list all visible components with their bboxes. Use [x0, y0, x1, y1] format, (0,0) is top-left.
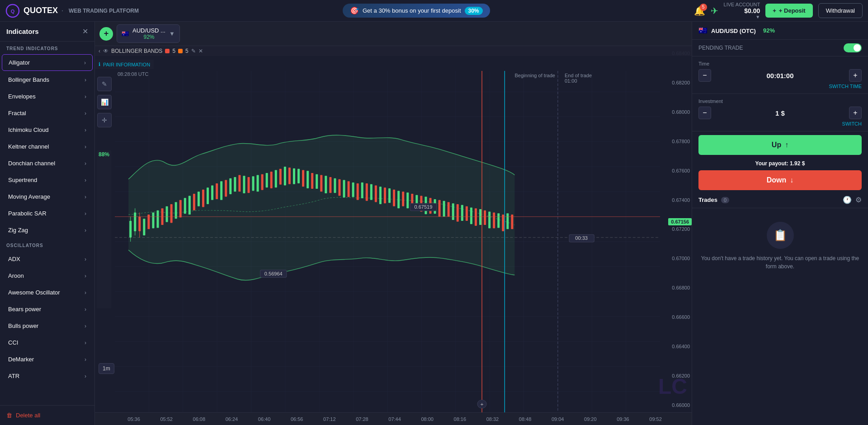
svg-rect-87	[375, 186, 377, 202]
chevron-right-icon: ›	[85, 356, 86, 363]
svg-rect-92	[397, 191, 400, 209]
clock-icon[interactable]: 🕐	[843, 196, 852, 204]
time-tick-5: 06:56	[281, 416, 313, 422]
time-tick-15: 09:36	[607, 416, 639, 422]
svg-rect-61	[257, 175, 259, 191]
indicators-header: Indicators ✕	[0, 22, 94, 42]
indicator-item-ichimoku[interactable]: Ichimoku Cloud ›	[2, 122, 93, 138]
time-section-title: Time	[698, 61, 862, 66]
chevron-right-icon: ›	[85, 306, 86, 313]
empty-trades-text: You don't have a trade history yet. You …	[698, 254, 862, 271]
indicator-item-adx[interactable]: ADX ›	[2, 251, 93, 267]
chevron-right-icon: ›	[85, 323, 86, 329]
chart-tools: ✎ 📊 ✛	[95, 73, 114, 385]
crosshair-button[interactable]: ✛	[97, 113, 112, 127]
indicator-item-alligator[interactable]: Alligator ›	[2, 54, 93, 71]
indicator-item-atr[interactable]: ATR ›	[2, 368, 93, 384]
chevron-right-icon: ›	[85, 290, 86, 296]
switch-time-link[interactable]: SWITCH TIME	[698, 84, 862, 89]
chart-wrapper[interactable]: ‹ 👁 BOLLINGER BANDS 5 5 ✎ ✕ ℹ PAIR INFOR…	[95, 46, 692, 412]
chevron-right-icon: ›	[84, 60, 86, 66]
svg-rect-73	[311, 173, 313, 189]
time-axis: 05:36 05:52 06:08 06:24 06:40 06:56 07:1…	[95, 412, 692, 425]
svg-rect-107	[466, 206, 468, 221]
indicator-item-zig-zag[interactable]: Zig Zag ›	[2, 222, 93, 238]
svg-text:00:33: 00:33	[575, 236, 588, 241]
svg-rect-36	[143, 219, 145, 235]
chart-toolbar: + 🇦🇺 AUD/USD ... 92% ▼	[95, 22, 692, 46]
draw-tool-button[interactable]: ✎	[97, 77, 112, 91]
delete-all-button[interactable]: 🗑 Delete all	[0, 405, 94, 425]
indicator-item-aroon[interactable]: Aroon ›	[2, 268, 93, 284]
notification-button[interactable]: 🔔 5	[694, 5, 705, 16]
pending-trade-toggle[interactable]	[844, 43, 862, 52]
indicator-item-fractal[interactable]: Fractal ›	[2, 105, 93, 121]
pending-trade-label: PENDING TRADE	[698, 45, 743, 51]
indicator-item-awesome-oscillator[interactable]: Awesome Oscillator ›	[2, 285, 93, 300]
svg-rect-86	[370, 184, 373, 200]
pair-selector[interactable]: 🇦🇺 AUD/USD ... 92% ▼	[117, 24, 180, 43]
svg-rect-116	[506, 213, 509, 229]
time-decrement-button[interactable]: −	[698, 69, 711, 82]
indicator-item-bears-power[interactable]: Bears power ›	[2, 301, 93, 317]
account-info[interactable]: LIVE ACCOUNT $0.00 ▼	[724, 2, 760, 19]
svg-text:Beginning of trade: Beginning of trade	[514, 73, 555, 78]
settings-icon[interactable]: ⚙	[855, 196, 862, 204]
chart-svg[interactable]: 0.67519 0.56964 Beginning of trade End o…	[115, 71, 660, 412]
svg-rect-90	[388, 188, 391, 203]
price-label-9: 0.66800	[662, 285, 690, 290]
svg-rect-79	[338, 179, 340, 196]
svg-rect-72	[307, 171, 309, 188]
indicator-visibility-icon[interactable]: 👁	[103, 48, 108, 54]
indicator-item-supertrend[interactable]: Supertrend ›	[2, 172, 93, 188]
indicator-prev-arrow[interactable]: ‹	[99, 48, 100, 54]
up-button[interactable]: Up ↑	[698, 135, 862, 155]
indicator-edit-icon[interactable]: ✎	[191, 48, 196, 54]
indicator-param1: 5	[172, 48, 175, 54]
bonus-banner[interactable]: 🎯 Get a 30% bonus on your first deposit …	[343, 4, 490, 18]
investment-increment-button[interactable]: +	[849, 107, 862, 119]
svg-rect-94	[406, 192, 409, 208]
bonus-text: Get a 30% bonus on your first deposit	[363, 7, 461, 14]
deposit-label: + Deposit	[779, 7, 806, 14]
indicator-item-donchian[interactable]: Donchian channel ›	[2, 155, 93, 171]
indicator-item-bulls-power[interactable]: Bulls power ›	[2, 318, 93, 334]
down-label: Down	[767, 176, 787, 184]
toggle-dot	[854, 44, 861, 51]
chart-type-button[interactable]: 📊	[97, 95, 112, 109]
topbar-right: 🔔 5 ✈ LIVE ACCOUNT $0.00 ▼ + + Deposit W…	[694, 2, 863, 19]
logo: Q QUOTEX · WEB TRADING PLATFORM	[5, 4, 139, 18]
indicator-item-cci[interactable]: CCI ›	[2, 335, 93, 350]
time-tick-11: 08:32	[476, 416, 509, 422]
indicators-close-button[interactable]: ✕	[82, 27, 88, 36]
deposit-button[interactable]: + + Deposit	[765, 4, 812, 18]
svg-rect-110	[479, 209, 481, 225]
indicator-item-demarker[interactable]: DeMarker ›	[2, 351, 93, 367]
indicator-item-envelopes[interactable]: Envelopes ›	[2, 89, 93, 104]
investment-decrement-button[interactable]: −	[698, 107, 711, 119]
svg-rect-91	[393, 190, 395, 206]
withdrawal-button[interactable]: Withdrawal	[818, 3, 863, 18]
down-button[interactable]: Down ↓	[698, 170, 862, 190]
price-label-3: 0.68000	[662, 109, 690, 115]
svg-rect-111	[484, 210, 486, 225]
svg-rect-59	[247, 177, 250, 193]
svg-rect-60	[252, 176, 255, 191]
svg-rect-62	[261, 174, 264, 190]
main-layout: Indicators ✕ TREND INDICATORS Alligator …	[0, 22, 868, 425]
indicator-item-bollinger[interactable]: Bollinger Bands ›	[2, 72, 93, 88]
indicator-item-parabolic-sar[interactable]: Parabolic SAR ›	[2, 205, 93, 221]
time-tick-14: 09:20	[574, 416, 607, 422]
svg-text:+: +	[481, 402, 484, 407]
indicator-item-moving-average[interactable]: Moving Average ›	[2, 189, 93, 205]
switch-investment-link[interactable]: SWITCH	[698, 121, 862, 126]
indicator-item-keltner[interactable]: Keltner channel ›	[2, 139, 93, 154]
time-increment-button[interactable]: +	[849, 69, 862, 82]
send-button[interactable]: ✈	[711, 5, 718, 16]
trades-tab[interactable]: Trades	[698, 196, 717, 203]
pair-header: 🇦🇺 AUD/USD (OTC) 92%	[698, 26, 775, 35]
svg-rect-43	[175, 202, 177, 219]
add-indicator-button[interactable]: +	[99, 27, 113, 41]
indicator-remove-icon[interactable]: ✕	[198, 48, 203, 54]
time-tick-7: 07:28	[346, 416, 378, 422]
